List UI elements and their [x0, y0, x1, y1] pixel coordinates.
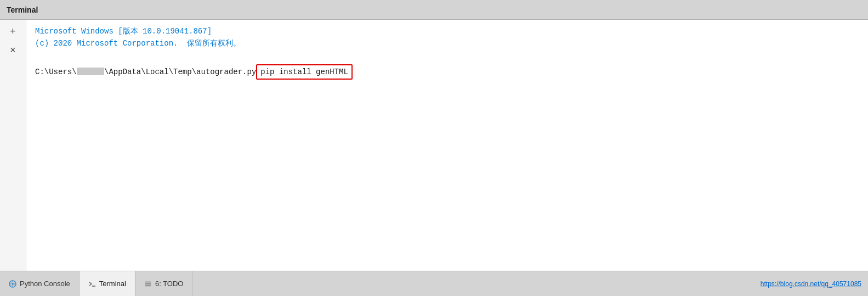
terminal-command-line: C:\Users\ \AppData\Local\Temp\autograder… — [35, 64, 859, 80]
tab-terminal[interactable]: Terminal — [80, 271, 135, 296]
tab-terminal-label: Terminal — [99, 280, 126, 288]
terminal-prompt: C:\Users\ — [35, 66, 77, 78]
terminal-output: Microsoft Windows [版本 10.0.19041.867] (c… — [26, 20, 868, 271]
status-bar-link[interactable]: https://blog.csdn.net/qq_40571085 — [761, 271, 868, 296]
tab-python-console-label: Python Console — [20, 280, 70, 288]
username-blurred — [77, 68, 104, 75]
tab-python-console[interactable]: Python Console — [0, 271, 80, 296]
title-bar-text: Terminal — [7, 5, 38, 14]
terminal-icon — [88, 280, 96, 288]
close-tab-button[interactable]: × — [5, 43, 21, 58]
highlighted-command: pip install genHTML — [256, 64, 353, 80]
tab-todo-label: 6: TODO — [155, 280, 184, 288]
title-bar: Terminal — [0, 0, 868, 20]
svg-point-1 — [12, 283, 14, 285]
tab-todo[interactable]: 6: TODO — [135, 271, 193, 296]
terminal-path: \AppData\Local\Temp\autograder.py — [104, 66, 256, 78]
terminal-wrapper: + × Microsoft Windows [版本 10.0.19041.867… — [0, 20, 868, 271]
terminal-line-2: (c) 2020 Microsoft Corporation. 保留所有权利。 — [35, 37, 859, 49]
terminal-line-empty — [35, 50, 859, 62]
tab-bar: Python Console Terminal 6: TODO https://… — [0, 271, 868, 296]
python-icon — [9, 280, 16, 288]
list-icon — [144, 280, 152, 288]
add-tab-button[interactable]: + — [5, 24, 21, 40]
terminal-line-1: Microsoft Windows [版本 10.0.19041.867] — [35, 25, 859, 37]
sidebar: + × — [0, 20, 26, 271]
